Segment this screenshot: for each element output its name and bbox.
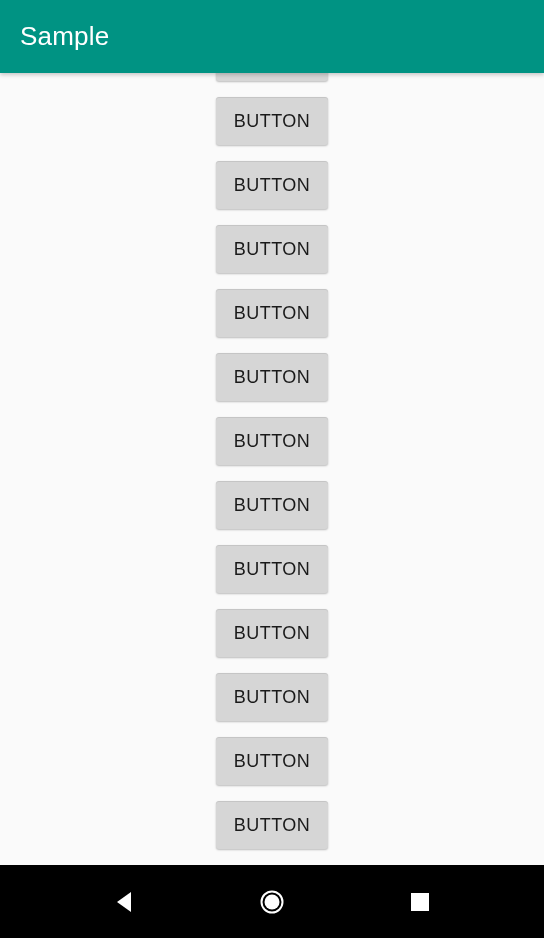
button-list: BUTTONBUTTONBUTTONBUTTONBUTTONBUTTONBUTT… [0,73,544,849]
list-button[interactable]: BUTTON [216,73,329,81]
list-item: BUTTON [216,545,329,593]
list-item: BUTTON [216,225,329,273]
list-item: BUTTON [216,353,329,401]
list-button[interactable]: BUTTON [216,289,329,337]
list-item: BUTTON [216,801,329,849]
list-item: BUTTON [216,609,329,657]
list-button[interactable]: BUTTON [216,97,329,145]
list-button[interactable]: BUTTON [216,545,329,593]
list-item: BUTTON [216,481,329,529]
list-item: BUTTON [216,417,329,465]
home-icon[interactable] [259,889,285,915]
list-button[interactable]: BUTTON [216,673,329,721]
list-button[interactable]: BUTTON [216,225,329,273]
list-item: BUTTON [216,673,329,721]
list-button[interactable]: BUTTON [216,353,329,401]
svg-point-1 [265,894,280,909]
list-button[interactable]: BUTTON [216,737,329,785]
list-button[interactable]: BUTTON [216,161,329,209]
svg-rect-2 [411,893,429,911]
list-button[interactable]: BUTTON [216,801,329,849]
list-item: BUTTON [216,161,329,209]
recents-icon[interactable] [407,889,433,915]
app-bar: Sample [0,0,544,73]
system-nav-bar [0,865,544,938]
list-button[interactable]: BUTTON [216,481,329,529]
list-item: BUTTON [216,737,329,785]
list-item: BUTTON [216,289,329,337]
list-item: BUTTON [216,97,329,145]
list-button[interactable]: BUTTON [216,609,329,657]
back-icon[interactable] [111,889,137,915]
list-item: BUTTON [216,73,329,81]
list-button[interactable]: BUTTON [216,417,329,465]
app-title: Sample [20,21,109,52]
content-area[interactable]: BUTTONBUTTONBUTTONBUTTONBUTTONBUTTONBUTT… [0,73,544,865]
